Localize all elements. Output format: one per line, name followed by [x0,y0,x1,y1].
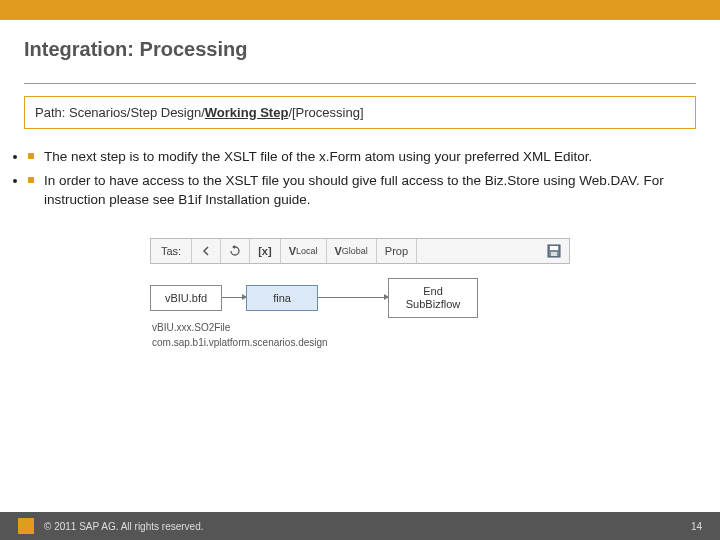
list-item: The next step is to modify the XSLT file… [28,147,692,167]
header: Integration: Processing [0,20,720,71]
screenshot-diagram: Tas: [x] VLocal VGlobal Prop vBIU.bfd fi… [150,238,570,348]
bullet-list: The next step is to modify the XSLT file… [28,147,692,210]
flow-end-line2: SubBizflow [397,298,469,311]
diagram-toolbar: Tas: [x] VLocal VGlobal Prop [150,238,570,264]
title-divider [24,83,696,84]
flow-sublabel-2: com.sap.b1i.vplatform.scenarios.design [152,337,570,348]
path-box: Path: Scenarios/Step Design/Working Step… [24,96,696,129]
svg-rect-2 [551,252,557,256]
prop-icon: Prop [377,239,417,263]
refresh-icon [221,239,250,263]
list-item: In order to have access to the XSLT file… [28,171,692,210]
v-local-icon: VLocal [281,239,327,263]
flow-sublabel-1: vBIU.xxx.SO2File [152,322,570,333]
toolbar-label: Tas: [151,239,192,263]
footer-bar: © 2011 SAP AG. All rights reserved. 14 [0,512,720,540]
v-global-icon: VGlobal [327,239,377,263]
path-label: Path: [35,105,69,120]
connector-arrow-icon [318,297,388,298]
page-title: Integration: Processing [24,38,696,61]
close-box-icon: [x] [250,239,280,263]
flow-node-fina: fina [246,285,318,311]
back-icon [192,239,221,263]
flow-node-start: vBIU.bfd [150,285,222,311]
flow-row: vBIU.bfd fina End SubBizflow [150,278,570,318]
save-icon [417,239,569,263]
copyright-text: © 2011 SAP AG. All rights reserved. [44,521,204,532]
path-seg-3: /[Processing] [288,105,363,120]
svg-rect-1 [550,246,558,250]
path-seg-working-step: Working Step [205,105,289,120]
flow-node-end: End SubBizflow [388,278,478,318]
page-number: 14 [691,521,702,532]
flow-node-vbiu: vBIU.bfd [150,285,222,311]
brand-top-bar [0,0,720,20]
connector-arrow-icon [222,297,246,298]
footer-left: © 2011 SAP AG. All rights reserved. [18,518,204,534]
flow-end-line1: End [397,285,469,298]
path-seg-1: Scenarios/Step Design/ [69,105,205,120]
brand-square-icon [18,518,34,534]
